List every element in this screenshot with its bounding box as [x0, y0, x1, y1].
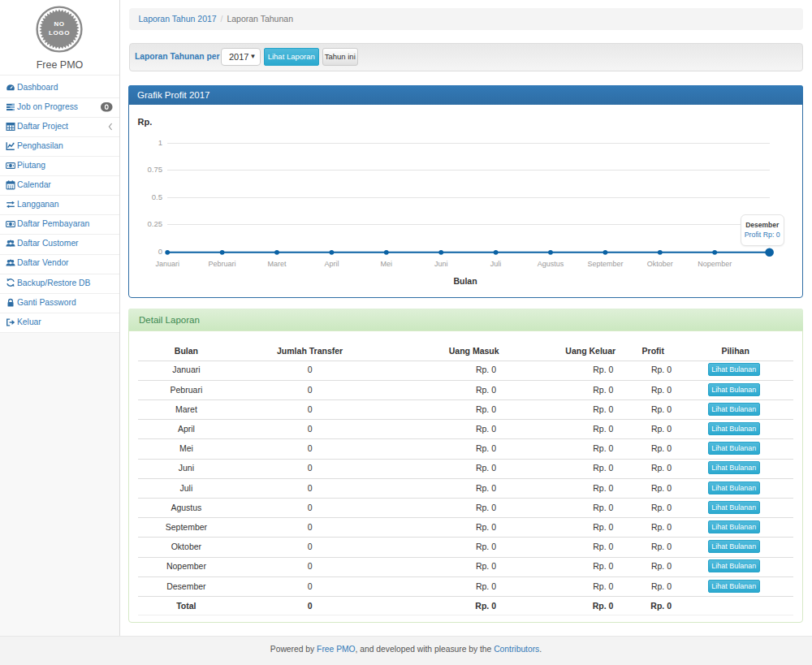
svg-text:NO: NO: [54, 20, 64, 28]
svg-text:LOGO: LOGO: [49, 29, 70, 37]
